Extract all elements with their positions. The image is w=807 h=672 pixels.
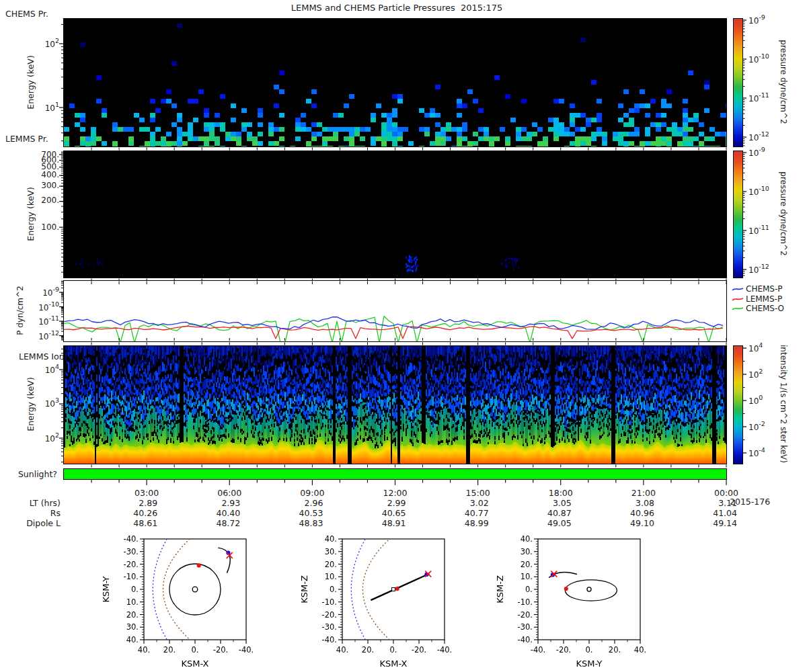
lt-value: 3.05 bbox=[511, 498, 572, 508]
pressure-colorbar-2 bbox=[733, 151, 743, 278]
rs-value: 40.96 bbox=[594, 508, 654, 518]
orbit-xtick-label: -40. bbox=[531, 645, 545, 655]
dipole-l-value: 48.61 bbox=[97, 518, 157, 528]
colorbar-tick-label: 10-9 bbox=[748, 14, 765, 26]
orbit-ytick-label: 20. bbox=[126, 610, 139, 620]
saturn-marker bbox=[392, 588, 395, 591]
bow-shock-curve bbox=[351, 539, 365, 640]
orbit-xaxis-label: KSM-X bbox=[182, 659, 209, 669]
time-label: 18:00 bbox=[531, 488, 591, 498]
orbit-ytick-label: -20. bbox=[518, 610, 533, 620]
x-marker bbox=[551, 571, 557, 577]
energy-tick-label: 200. bbox=[27, 196, 59, 205]
orbit-ytick-label: 10. bbox=[521, 572, 533, 581]
orbit-ytick-label: -30. bbox=[322, 622, 337, 632]
rs-value: 40.77 bbox=[428, 508, 489, 518]
orbit-xtick-label: 0. bbox=[192, 645, 199, 655]
orbit-xtick-label: -20. bbox=[556, 645, 571, 655]
end-position-dot bbox=[424, 573, 428, 577]
bow-shock-curve bbox=[153, 539, 167, 640]
time-label: 21:00 bbox=[613, 488, 674, 498]
orbit-plot-frame bbox=[342, 539, 445, 640]
colorbar-tick-label: 100 bbox=[748, 394, 763, 406]
orbit-ytick-label: -30. bbox=[518, 622, 533, 632]
intensity-colorbar bbox=[733, 345, 743, 464]
orbit-ytick-label: -20. bbox=[124, 560, 139, 569]
energy-tick-label: 100. bbox=[27, 222, 59, 232]
x-marker bbox=[227, 552, 233, 558]
dipole-l-value: 49.10 bbox=[594, 518, 654, 528]
legend-label: CHEMS-P bbox=[746, 284, 783, 294]
orbit-xaxis-label: KSM-X bbox=[380, 659, 408, 669]
legend-item-chems-p: CHEMS-P bbox=[732, 284, 783, 294]
rs-value: 40.26 bbox=[97, 508, 157, 518]
colorbar-tick-label: 10-10 bbox=[748, 53, 769, 65]
orbit-xtick-label: -40. bbox=[437, 645, 452, 655]
colorbar-tick-label: 104 bbox=[748, 342, 763, 353]
orbit-ytick-label: 0. bbox=[131, 585, 139, 594]
orbit-ytick-label: 40. bbox=[521, 534, 533, 544]
x-marker bbox=[425, 571, 431, 577]
legend-label: LEMMS-P bbox=[746, 294, 782, 304]
x-marker bbox=[227, 552, 233, 558]
saturn-marker bbox=[587, 587, 591, 591]
orbit-xtick-label: -20. bbox=[213, 645, 228, 655]
orbit-xtick-label: 40. bbox=[634, 645, 646, 655]
lt-value: 2.99 bbox=[346, 498, 406, 508]
end-position-dot bbox=[551, 573, 555, 577]
orbit-xtick-label: 40. bbox=[336, 645, 348, 655]
magnetopause-curve bbox=[362, 539, 389, 640]
start-position-dot bbox=[197, 563, 201, 567]
orbit-ytick-label: -10. bbox=[124, 572, 139, 581]
dipole-l-value: 49.05 bbox=[511, 518, 572, 528]
energy-tick-label: 102 bbox=[27, 432, 59, 444]
orbit-ytick-label: -10. bbox=[518, 597, 533, 607]
row-label-rs: Rs bbox=[1, 508, 61, 518]
legend-line-red bbox=[732, 295, 744, 303]
colorbar-tick-label: 10-4 bbox=[748, 447, 765, 458]
orbit-xtick-label: 40. bbox=[138, 645, 150, 655]
orbit-plot-frame bbox=[538, 539, 640, 640]
saturn-marker bbox=[192, 587, 198, 592]
trajectory-line bbox=[371, 574, 429, 600]
dipole-l-value: 48.91 bbox=[346, 518, 406, 528]
trajectory-curve bbox=[218, 548, 230, 573]
orbit-ytick-label: -20. bbox=[322, 610, 337, 620]
orbit-ytick-label: 10. bbox=[325, 572, 337, 581]
orbit-xtick-label: 20. bbox=[163, 645, 176, 655]
time-label: 00:00 bbox=[696, 488, 757, 498]
colorbar-tick-label: 10-2 bbox=[748, 421, 765, 432]
colorbar-tick-label: 10-12 bbox=[748, 131, 769, 142]
pressure-tick-label: 10-11 bbox=[20, 315, 59, 327]
orbit-ytick-label: 0. bbox=[330, 585, 337, 594]
orbit-xtick-label: -40. bbox=[239, 645, 254, 655]
orbit-xtick-label: 20. bbox=[362, 645, 374, 655]
colorbar-tick-label: 10-9 bbox=[748, 146, 765, 158]
lt-value: 2.96 bbox=[262, 498, 323, 508]
lemms-ions-spectrogram bbox=[63, 345, 727, 464]
chems-panel-label: CHEMS Pr. bbox=[5, 9, 48, 19]
pressure-tick-label: 10-10 bbox=[20, 301, 59, 312]
start-position-dot bbox=[564, 587, 568, 591]
start-position-dot bbox=[395, 587, 399, 591]
energy-tick-label: 400. bbox=[27, 170, 59, 179]
orbit-yaxis-label: KSM-Y bbox=[101, 576, 111, 602]
lt-value: 3.02 bbox=[428, 498, 489, 508]
orbit-ytick-label: 20. bbox=[325, 560, 337, 569]
orbit-xaxis-label: KSM-Y bbox=[576, 659, 602, 669]
legend-item-chems-o: CHEMS-O bbox=[732, 304, 784, 313]
x-marker bbox=[425, 571, 431, 577]
rs-value: 40.65 bbox=[346, 508, 406, 518]
legend-line-blue bbox=[732, 285, 744, 293]
time-label: 15:00 bbox=[448, 488, 508, 498]
orbit-ytick-label: 20. bbox=[521, 560, 533, 569]
magnetopause-curve bbox=[163, 539, 190, 640]
orbit-ytick-label: -40. bbox=[518, 635, 533, 644]
lemms-panel-label: LEMMS Pr. bbox=[5, 134, 48, 144]
orbit-ytick-label: 0. bbox=[525, 585, 533, 594]
orbit-xtick-label: -20. bbox=[412, 645, 426, 655]
trajectory-curve bbox=[549, 572, 577, 577]
rs-value: 40.40 bbox=[180, 508, 240, 518]
legend-label: CHEMS-O bbox=[746, 304, 784, 313]
time-label: 06:00 bbox=[199, 488, 260, 498]
